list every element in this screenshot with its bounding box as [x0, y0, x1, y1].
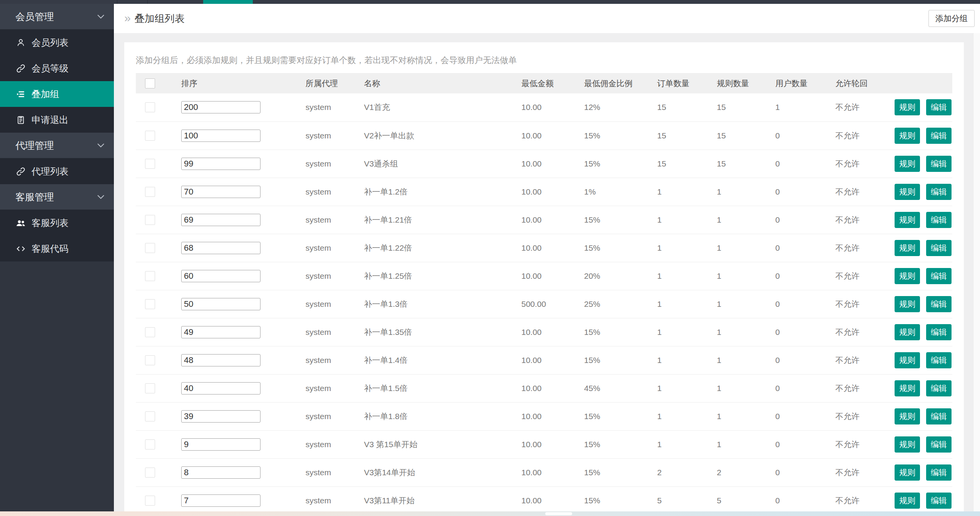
loop-cell: 不允许 — [831, 430, 890, 458]
sort-input[interactable] — [181, 101, 260, 113]
edit-button[interactable]: 编辑 — [926, 296, 952, 312]
sidebar-item-member-list[interactable]: 会员列表 — [0, 30, 114, 55]
rules-button[interactable]: 规则 — [895, 240, 920, 256]
rules-button[interactable]: 规则 — [895, 464, 920, 481]
sort-input[interactable] — [181, 326, 260, 338]
row-checkbox[interactable] — [145, 327, 155, 337]
name-cell: V3通杀组 — [359, 150, 517, 178]
edit-button[interactable]: 编辑 — [926, 408, 952, 424]
row-checkbox[interactable] — [145, 215, 155, 225]
rules-button[interactable]: 规则 — [895, 268, 920, 284]
row-checkbox[interactable] — [145, 131, 155, 141]
sidebar-item-stack-group[interactable]: 叠加组 — [0, 81, 114, 107]
row-checkbox[interactable] — [145, 468, 155, 478]
row-checkbox[interactable] — [145, 411, 155, 421]
select-all-checkbox[interactable] — [145, 78, 155, 88]
rules-button[interactable]: 规则 — [895, 296, 920, 312]
top-tab-bar — [0, 0, 980, 4]
sort-input[interactable] — [181, 214, 260, 226]
sort-input[interactable] — [181, 438, 260, 451]
row-checkbox[interactable] — [145, 383, 155, 393]
row-checkbox[interactable] — [145, 355, 155, 365]
min-commission-cell: 15% — [579, 318, 653, 346]
table-row: system补一单1.8倍10.0015%110不允许规则编辑删除 — [136, 402, 952, 430]
sort-input[interactable] — [181, 466, 260, 479]
rules-button[interactable]: 规则 — [895, 184, 920, 200]
edit-button[interactable]: 编辑 — [926, 184, 952, 200]
rules-button[interactable]: 规则 — [895, 493, 920, 509]
vertical-scrollbar[interactable] — [973, 33, 980, 511]
active-top-tab[interactable] — [203, 0, 253, 4]
row-checkbox[interactable] — [145, 187, 155, 197]
sidebar-item-service-list[interactable]: 客服列表 — [0, 210, 114, 236]
edit-button[interactable]: 编辑 — [926, 128, 952, 144]
row-checkbox[interactable] — [145, 102, 155, 112]
rules-button[interactable]: 规则 — [895, 324, 920, 340]
rules-button[interactable]: 规则 — [895, 156, 920, 172]
edit-button[interactable]: 编辑 — [926, 436, 952, 453]
sort-input[interactable] — [181, 270, 260, 282]
sort-input[interactable] — [181, 130, 260, 142]
rules-cell: 1 — [712, 374, 771, 402]
row-checkbox[interactable] — [145, 159, 155, 169]
sort-cell — [177, 290, 301, 318]
row-checkbox[interactable] — [145, 271, 155, 281]
row-checkbox[interactable] — [145, 439, 155, 449]
card: 添加分组后，必须添加规则，并且规则需要对应好订单个数，若出现不对称情况，会导致用… — [124, 42, 964, 516]
edit-button[interactable]: 编辑 — [926, 464, 952, 481]
rules-cell: 1 — [712, 234, 771, 262]
name-cell: 补一单1.25倍 — [359, 262, 517, 290]
sort-input[interactable] — [181, 494, 260, 507]
horizontal-scrollbar-thumb[interactable] — [545, 512, 572, 515]
sidebar-item-member-level[interactable]: 会员等级 — [0, 55, 114, 81]
agent-cell: system — [301, 402, 359, 430]
table-row: systemV2补一单出款10.0015%15150不允许规则编辑删除 — [136, 122, 952, 150]
row-select-cell — [136, 430, 177, 458]
table-row: systemV3 第15单开始10.0015%110不允许规则编辑删除 — [136, 430, 952, 458]
table-row: systemV3通杀组10.0015%15150不允许规则编辑删除 — [136, 150, 952, 178]
orders-cell: 2 — [653, 458, 712, 486]
edit-button[interactable]: 编辑 — [926, 324, 952, 340]
row-checkbox[interactable] — [145, 299, 155, 309]
chevron-down-icon — [97, 195, 105, 199]
edit-button[interactable]: 编辑 — [926, 352, 952, 368]
rules-button[interactable]: 规则 — [895, 408, 920, 424]
min-amount-cell: 10.00 — [517, 150, 579, 178]
sort-input[interactable] — [181, 158, 260, 170]
edit-button[interactable]: 编辑 — [926, 156, 952, 172]
rules-button[interactable]: 规则 — [895, 128, 920, 144]
sort-input[interactable] — [181, 186, 260, 198]
rules-button[interactable]: 规则 — [895, 212, 920, 228]
sort-input[interactable] — [181, 410, 260, 423]
sort-input[interactable] — [181, 242, 260, 254]
rules-button[interactable]: 规则 — [895, 380, 920, 396]
edit-button[interactable]: 编辑 — [926, 493, 952, 509]
sort-input[interactable] — [181, 354, 260, 366]
sidebar-item-agent-list[interactable]: 代理列表 — [0, 158, 114, 184]
row-checkbox[interactable] — [145, 496, 155, 506]
edit-button[interactable]: 编辑 — [926, 212, 952, 228]
sidebar-group-member-management[interactable]: 会员管理 — [0, 4, 114, 30]
horizontal-scrollbar[interactable] — [0, 511, 980, 516]
orders-cell: 1 — [653, 346, 712, 374]
edit-button[interactable]: 编辑 — [926, 99, 952, 115]
sort-input[interactable] — [181, 382, 260, 394]
edit-button[interactable]: 编辑 — [926, 240, 952, 256]
edit-button[interactable]: 编辑 — [926, 380, 952, 396]
sidebar-item-service-code[interactable]: 客服代码 — [0, 236, 114, 261]
actions-cell: 规则编辑删除 — [890, 122, 952, 150]
min-amount-cell: 10.00 — [517, 402, 579, 430]
sort-input[interactable] — [181, 298, 260, 310]
page-header: » 叠加组列表 添加分组 — [114, 4, 980, 33]
rules-button[interactable]: 规则 — [895, 352, 920, 368]
add-group-button[interactable]: 添加分组 — [928, 10, 975, 27]
edit-button[interactable]: 编辑 — [926, 268, 952, 284]
rules-button[interactable]: 规则 — [895, 99, 920, 115]
users-cell: 0 — [771, 290, 831, 318]
rules-button[interactable]: 规则 — [895, 436, 920, 453]
sidebar-group-service-management[interactable]: 客服管理 — [0, 184, 114, 210]
row-checkbox[interactable] — [145, 243, 155, 253]
sidebar-item-apply-exit[interactable]: 申请退出 — [0, 107, 114, 133]
column-header: 订单数量 — [653, 73, 712, 93]
sidebar-group-agent-management[interactable]: 代理管理 — [0, 133, 114, 158]
